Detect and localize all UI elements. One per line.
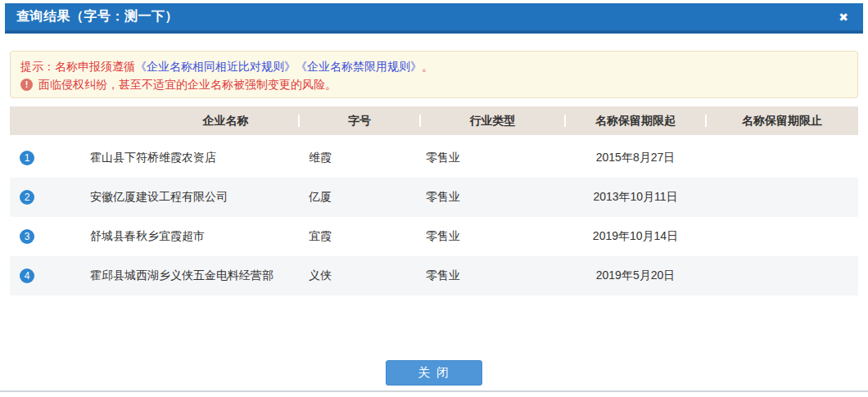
exclamation-icon: ! bbox=[20, 79, 33, 91]
rule-link-forbidden[interactable]: 《企业名称禁限用规则》 bbox=[296, 60, 422, 73]
close-icon[interactable]: ✖ bbox=[839, 11, 848, 23]
column-header-zihao: 字号 bbox=[299, 106, 420, 135]
industry-cell: 零售业 bbox=[420, 151, 565, 165]
company-name-cell: 3舒城县春秋乡宜霞超市 bbox=[10, 229, 299, 244]
column-header-company-name: 企业名称 bbox=[10, 106, 299, 135]
rule-link-compare[interactable]: 《企业名称相同相近比对规则》 bbox=[135, 60, 296, 73]
dialog-titlebar: 查询结果（字号：测一下） ✖ bbox=[5, 3, 863, 34]
notice-suffix-text: 。 bbox=[422, 60, 433, 73]
company-name-text: 霍邱县城西湖乡义侠五金电料经营部 bbox=[90, 268, 274, 283]
company-name-text: 霍山县下符桥维霞农资店 bbox=[90, 151, 216, 165]
company-name-text: 舒城县春秋乡宜霞超市 bbox=[90, 229, 205, 244]
company-name-cell: 1霍山县下符桥维霞农资店 bbox=[10, 151, 299, 165]
column-header-industry: 行业类型 bbox=[420, 106, 565, 135]
row-number-badge: 4 bbox=[20, 268, 34, 283]
close-button[interactable]: 关 闭 bbox=[386, 360, 482, 386]
notice-box: 提示：名称申报须遵循《企业名称相同相近比对规则》《企业名称禁限用规则》。 ! 面… bbox=[10, 51, 858, 98]
table-row: 4霍邱县城西湖乡义侠五金电料经营部义侠零售业2019年5月20日 bbox=[10, 256, 858, 295]
industry-cell: 零售业 bbox=[420, 229, 565, 244]
query-result-dialog: 查询结果（字号：测一下） ✖ 提示：名称申报须遵循《企业名称相同相近比对规则》《… bbox=[0, 0, 868, 397]
notice-line-2: ! 面临侵权纠纷，甚至不适宜的企业名称被强制变更的风险。 bbox=[20, 75, 848, 93]
row-number-badge: 3 bbox=[20, 229, 34, 244]
column-header-reserve-start: 名称保留期限起 bbox=[565, 106, 706, 135]
table-body: 1霍山县下符桥维霞农资店维霞零售业2015年8月27日2安徽亿厦建设工程有限公司… bbox=[10, 138, 858, 295]
row-number-badge: 1 bbox=[20, 151, 34, 165]
company-name-text: 安徽亿厦建设工程有限公司 bbox=[90, 190, 228, 205]
company-name-cell: 4霍邱县城西湖乡义侠五金电料经营部 bbox=[10, 268, 299, 283]
table-row: 3舒城县春秋乡宜霞超市宜霞零售业2019年10月14日 bbox=[10, 217, 858, 256]
industry-cell: 零售业 bbox=[420, 268, 565, 283]
table-header-row: 企业名称 字号 行业类型 名称保留期限起 名称保留期限止 bbox=[10, 106, 858, 135]
dialog-title: 查询结果（字号：测一下） bbox=[16, 8, 179, 25]
company-name-cell: 2安徽亿厦建设工程有限公司 bbox=[10, 190, 299, 205]
reserve-start-cell: 2019年10月14日 bbox=[565, 229, 706, 244]
notice-prefix-text: 提示：名称申报须遵循 bbox=[20, 60, 135, 73]
result-table: 企业名称 字号 行业类型 名称保留期限起 名称保留期限止 1霍山县下符桥维霞农资… bbox=[10, 106, 858, 295]
zihao-cell: 亿厦 bbox=[299, 190, 420, 205]
column-header-reserve-end: 名称保留期限止 bbox=[706, 106, 858, 135]
zihao-cell: 义侠 bbox=[299, 268, 420, 283]
dialog-footer: 关 闭 bbox=[0, 360, 868, 386]
reserve-start-cell: 2019年5月20日 bbox=[565, 268, 706, 283]
dialog-bottom-border bbox=[0, 390, 868, 392]
reserve-start-cell: 2013年10月11日 bbox=[565, 190, 706, 205]
zihao-cell: 维霞 bbox=[299, 151, 420, 165]
notice-line-1: 提示：名称申报须遵循《企业名称相同相近比对规则》《企业名称禁限用规则》。 bbox=[20, 57, 848, 75]
industry-cell: 零售业 bbox=[420, 190, 565, 205]
reserve-start-cell: 2015年8月27日 bbox=[565, 151, 706, 165]
zihao-cell: 宜霞 bbox=[299, 229, 420, 244]
row-number-badge: 2 bbox=[20, 190, 34, 205]
table-row: 1霍山县下符桥维霞农资店维霞零售业2015年8月27日 bbox=[10, 138, 858, 178]
table-row: 2安徽亿厦建设工程有限公司亿厦零售业2013年10月11日 bbox=[10, 178, 858, 217]
notice-risk-text: 面临侵权纠纷，甚至不适宜的企业名称被强制变更的风险。 bbox=[38, 75, 337, 93]
